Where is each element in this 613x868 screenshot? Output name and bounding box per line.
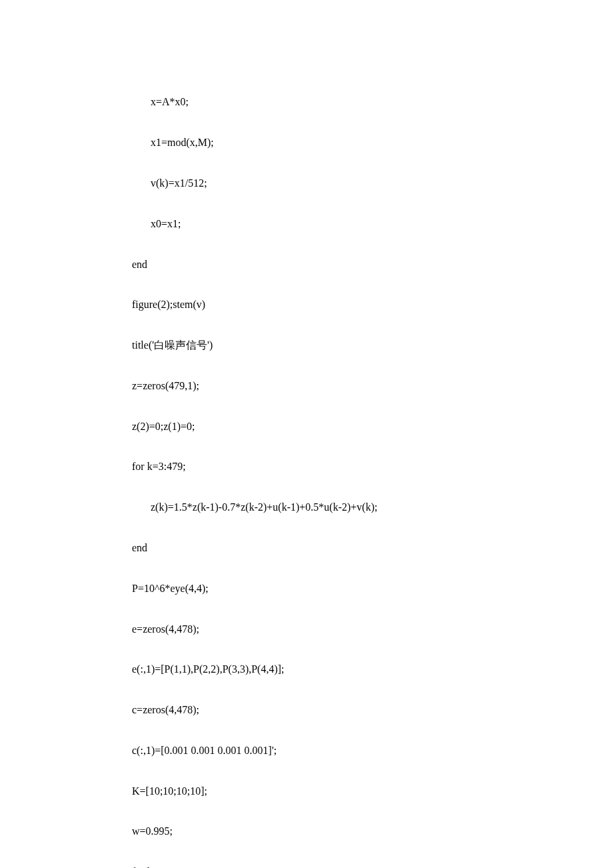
code-line: for k=3:479;: [132, 862, 613, 868]
code-line: e(:,1)=[P(1,1),P(2,2),P(3,3),P(4,4)];: [132, 659, 613, 679]
code-line: x0=x1;: [132, 214, 613, 234]
code-line: e=zeros(4,478);: [132, 619, 613, 639]
code-line: v(k)=x1/512;: [132, 173, 613, 193]
code-line: z(k)=1.5*z(k-1)-0.7*z(k-2)+u(k-1)+0.5*u(…: [132, 497, 613, 517]
code-line: w=0.995;: [132, 821, 613, 841]
code-line: end: [132, 538, 613, 558]
code-line: title('白噪声信号'): [132, 335, 613, 355]
code-line: P=10^6*eye(4,4);: [132, 579, 613, 599]
code-line: K=[10;10;10;10];: [132, 781, 613, 801]
code-line: x=A*x0;: [132, 92, 613, 112]
code-line: for k=3:479;: [132, 457, 613, 477]
code-line: c(:,1)=[0.001 0.001 0.001 0.001]';: [132, 741, 613, 761]
code-line: c=zeros(4,478);: [132, 700, 613, 720]
code-line: z(2)=0;z(1)=0;: [132, 417, 613, 437]
code-line: x1=mod(x,M);: [132, 133, 613, 153]
code-line: figure(2);stem(v): [132, 295, 613, 315]
code-listing: x=A*x0; x1=mod(x,M); v(k)=x1/512; x0=x1;…: [132, 72, 613, 868]
code-line: end: [132, 255, 613, 275]
code-line: z=zeros(479,1);: [132, 376, 613, 396]
